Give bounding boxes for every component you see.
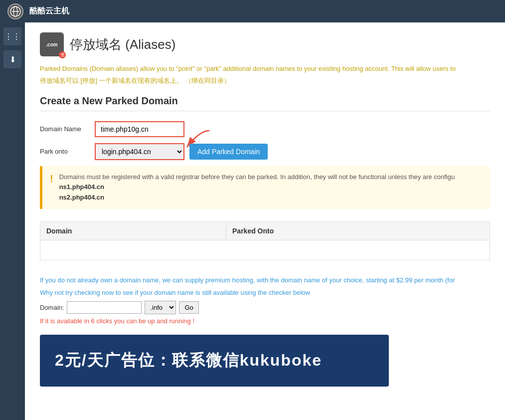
checker-text-line2: Why not try checking now to see if your … — [40, 288, 490, 298]
domain-name-row: Domain Name — [40, 121, 490, 137]
page-icon: .com ☰ — [40, 32, 64, 56]
checker-extension-select[interactable]: .info .com .net .org — [145, 301, 176, 314]
park-onto-select[interactable]: login.php404.cn — [95, 143, 184, 160]
domain-name-input[interactable] — [95, 121, 184, 137]
page-header: .com ☰ 停放域名 (Aliases) — [40, 32, 490, 56]
park-onto-label: Park onto — [40, 148, 90, 155]
main-content: .com ☰ 停放域名 (Aliases) Parked Domains (Do… — [25, 22, 505, 420]
checker-domain-input[interactable] — [67, 301, 142, 314]
add-parked-domain-button[interactable]: Add Parked Domain — [189, 144, 268, 160]
page-description-en: Parked Domains (Domain aliases) allow yo… — [40, 64, 490, 74]
table-col-domain: Domain — [40, 221, 226, 240]
create-section-title: Create a New Parked Domain — [40, 95, 490, 111]
checker-row: Domain: .info .com .net .org Go — [40, 301, 490, 314]
topbar: 酷酷云主机 — [0, 0, 505, 22]
warning-icon: ! — [50, 173, 53, 185]
topbar-logo — [7, 3, 23, 19]
checker-domain-label: Domain: — [40, 304, 64, 311]
table-col-parked-onto: Parked Onto — [226, 221, 490, 240]
page-icon-badge: ☰ — [59, 51, 66, 58]
park-onto-row: Park onto login.php404.cn Add Parked Dom… — [40, 143, 490, 160]
warning-ns2: ns2.php404.cn — [59, 194, 104, 201]
sidebar-download-icon[interactable]: ⬇ — [3, 50, 21, 68]
sidebar: ⋮⋮ ⬇ — [0, 22, 25, 420]
warning-ns1: ns1.php404.cn — [59, 183, 104, 191]
checker-go-button[interactable]: Go — [179, 301, 198, 314]
domain-name-label: Domain Name — [40, 125, 90, 133]
page-description-cn: 停放域名可以 [停放] 一个新域名在现有的域名上。 （绑在同目录） — [40, 76, 490, 85]
checker-note: If it is available in 6 clicks you can b… — [40, 317, 490, 325]
checker-text-line1: If you do not already own a domain name,… — [40, 275, 490, 285]
ad-banner-text: 2元/天广告位：联系微信kukuboke — [55, 350, 374, 372]
domain-table: Domain Parked Onto — [40, 221, 490, 260]
warning-box: ! Domains must be registered with a vali… — [40, 166, 490, 209]
warning-text: Domains must be registered with a valid … — [59, 172, 455, 203]
topbar-title: 酷酷云主机 — [29, 6, 69, 16]
table-empty-row — [40, 240, 490, 260]
sidebar-grid-icon[interactable]: ⋮⋮ — [3, 27, 21, 45]
page-title: 停放域名 (Aliases) — [70, 36, 175, 53]
warning-main-text: Domains must be registered with a valid … — [59, 173, 455, 181]
ad-banner: 2元/天广告位：联系微信kukuboke — [40, 335, 389, 387]
